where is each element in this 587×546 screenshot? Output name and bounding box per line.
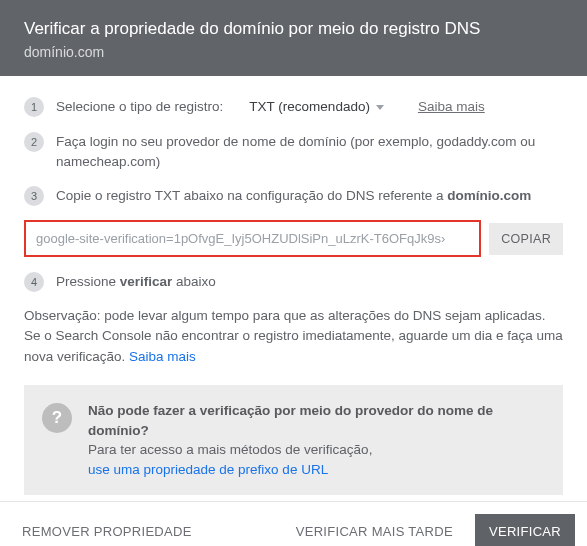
step-4-bold: verificar — [120, 274, 173, 289]
url-prefix-link[interactable]: use uma propriedade de prefixo de URL — [88, 462, 328, 477]
chevron-down-icon — [376, 105, 384, 110]
copy-button[interactable]: COPIAR — [489, 223, 563, 255]
txt-record-input[interactable]: google-site-verification=1pOfvgE_Iyj5OHZ… — [24, 220, 481, 257]
step-1-label: Selecione o tipo de registro: — [56, 97, 223, 117]
step-1-row: Selecione o tipo de registro: TXT (recom… — [56, 96, 563, 117]
verify-dialog: Verificar a propriedade do domínio por m… — [0, 0, 587, 546]
step-4: 4 Pressione verificar abaixo — [24, 271, 563, 292]
step-2-text: Faça login no seu provedor de nome de do… — [56, 131, 563, 171]
step-1: 1 Selecione o tipo de registro: TXT (rec… — [24, 96, 563, 117]
step-3: 3 Copie o registro TXT abaixo na configu… — [24, 185, 563, 206]
dialog-domain: domínio.com — [24, 44, 563, 60]
dialog-header: Verificar a propriedade do domínio por m… — [0, 0, 587, 76]
verify-later-button[interactable]: VERIFICAR MAIS TARDE — [286, 514, 463, 546]
info-box: ? Não pode fazer a verificação por meio … — [24, 385, 563, 495]
code-row: google-site-verification=1pOfvgE_Iyj5OHZ… — [24, 220, 563, 257]
record-type-select[interactable]: TXT (recomendado) — [249, 97, 384, 117]
note-prefix: Observação: pode levar algum tempo para … — [24, 308, 563, 364]
info-text: Não pode fazer a verificação por meio do… — [88, 401, 545, 479]
dialog-body: 1 Selecione o tipo de registro: TXT (rec… — [0, 76, 587, 501]
help-icon: ? — [42, 403, 72, 433]
record-type-value: TXT (recomendado) — [249, 97, 370, 117]
info-title: Não pode fazer a verificação por meio do… — [88, 401, 545, 440]
dialog-title: Verificar a propriedade do domínio por m… — [24, 18, 563, 40]
step-3-text: Copie o registro TXT abaixo na configura… — [56, 185, 563, 206]
learn-more-link[interactable]: Saiba mais — [418, 97, 485, 117]
step-2: 2 Faça login no seu provedor de nome de … — [24, 131, 563, 171]
verify-button[interactable]: VERIFICAR — [475, 514, 575, 546]
step-number-icon: 3 — [24, 186, 44, 206]
note-text: Observação: pode levar algum tempo para … — [24, 306, 563, 367]
step-number-icon: 1 — [24, 97, 44, 117]
step-number-icon: 2 — [24, 132, 44, 152]
step-number-icon: 4 — [24, 272, 44, 292]
dialog-footer: REMOVER PROPRIEDADE VERIFICAR MAIS TARDE… — [0, 501, 587, 546]
step-3-prefix: Copie o registro TXT abaixo na configura… — [56, 188, 447, 203]
remove-property-button[interactable]: REMOVER PROPRIEDADE — [12, 514, 202, 546]
step-4-text: Pressione verificar abaixo — [56, 271, 563, 292]
step-4-prefix: Pressione — [56, 274, 120, 289]
info-line: Para ter acesso a mais métodos de verifi… — [88, 440, 545, 460]
note-learn-more-link[interactable]: Saiba mais — [129, 349, 196, 364]
step-3-domain: domínio.com — [447, 188, 531, 203]
step-4-suffix: abaixo — [172, 274, 216, 289]
